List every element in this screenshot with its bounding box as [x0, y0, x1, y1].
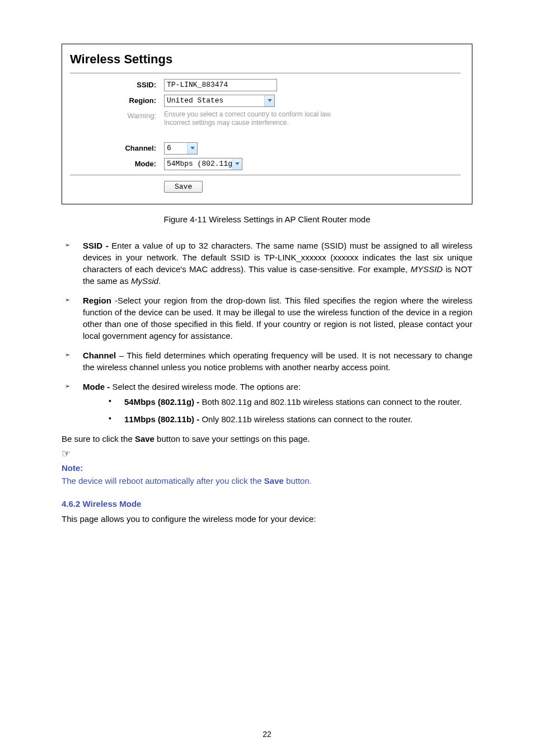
item-ssid: SSID - Enter a value of up to 32 charact…	[62, 240, 472, 287]
divider	[70, 175, 461, 175]
label-channel: Channel:	[70, 143, 164, 153]
section-heading: 4.6.2 Wireless Mode	[62, 498, 472, 510]
mode-chevron	[232, 158, 242, 170]
wireless-settings-panel: Wireless Settings SSID: Region: United S…	[62, 44, 472, 204]
note-post: button.	[284, 476, 312, 486]
figure-caption: Figure 4-11 Wireless Settings in AP Clie…	[62, 213, 472, 225]
note-btn: Save	[264, 476, 284, 486]
label-mode: Mode:	[70, 159, 164, 169]
mode-value: 54Mbps (802.11g)	[165, 159, 232, 169]
opt1-text: Both 802.11g and 802.11b wireless statio…	[202, 397, 461, 407]
region-select[interactable]: United States	[164, 95, 275, 107]
mode-option-b: 11Mbps (802.11b) - Only 802.11b wireless…	[83, 413, 472, 425]
mode-option-g: 54Mbps (802.11g) - Both 802.11g and 802.…	[83, 396, 472, 408]
example2: MySsid	[131, 276, 158, 286]
section-intro: This page allows you to configure the wi…	[62, 513, 472, 525]
save-pre: Be sure to click the	[62, 434, 135, 444]
row-save: Save	[70, 181, 461, 193]
divider	[70, 73, 461, 73]
label-ssid: SSID:	[70, 80, 164, 90]
label-region: Region:	[70, 96, 164, 106]
row-ssid: SSID:	[70, 79, 461, 91]
item-region: Region -Select your region from the drop…	[62, 295, 472, 342]
opt2-text: Only 802.11b wireless stations can conne…	[202, 414, 413, 424]
term-region: Region	[83, 296, 115, 305]
row-warning: Warning: Ensure you select a correct cou…	[70, 110, 461, 128]
region-chevron	[264, 95, 274, 106]
row-mode: Mode: 54Mbps (802.11g)	[70, 158, 461, 170]
item-channel: Channel – This field determines which op…	[62, 349, 472, 373]
chevron-down-icon	[190, 147, 195, 150]
term-ssid: SSID -	[83, 241, 111, 250]
panel-title: Wireless Settings	[70, 51, 461, 68]
channel-select[interactable]: 6	[164, 142, 198, 155]
save-btn-name: Save	[135, 434, 154, 444]
mode-options: 54Mbps (802.11g) - Both 802.11g and 802.…	[83, 396, 472, 425]
save-button[interactable]: Save	[164, 181, 203, 193]
mode-select[interactable]: 54Mbps (802.11g)	[164, 158, 242, 170]
row-region: Region: United States	[70, 95, 461, 107]
note-body: The device will reboot automatically aft…	[62, 475, 472, 487]
note-pre: The device will reboot automatically aft…	[62, 476, 264, 486]
label-warning: Warning:	[70, 110, 164, 121]
term-mode: Mode -	[83, 382, 113, 391]
warning-line-1: Ensure you select a correct country to c…	[164, 110, 332, 118]
example1: MYSSID	[410, 264, 443, 274]
warning-line-2: Incorrect settings may cause interferenc…	[164, 119, 289, 127]
chevron-down-icon	[268, 99, 272, 102]
text-channel: – This field determines which operating …	[83, 351, 472, 372]
page-number: 22	[0, 729, 534, 740]
channel-value: 6	[165, 143, 187, 153]
opt1-term: 54Mbps (802.11g) -	[124, 397, 202, 407]
save-instruction: Be sure to click the Save button to save…	[62, 433, 472, 445]
region-value: United States	[165, 96, 264, 106]
save-post: button to save your settings on this pag…	[154, 434, 310, 444]
ssid-input[interactable]	[164, 79, 277, 91]
term-channel: Channel	[83, 351, 119, 360]
note-title: Note:	[62, 462, 472, 474]
description-list: SSID - Enter a value of up to 32 charact…	[62, 240, 472, 425]
warning-text: Ensure you select a correct country to c…	[164, 110, 332, 128]
channel-chevron	[187, 143, 197, 154]
chevron-down-icon	[235, 162, 240, 165]
row-channel: Channel: 6	[70, 142, 461, 155]
opt2-term: 11Mbps (802.11b) -	[124, 414, 202, 424]
text-mode: Select the desired wireless mode. The op…	[113, 382, 301, 391]
text-region: -Select your region from the drop-down l…	[83, 296, 472, 340]
ssid-end: .	[158, 276, 161, 286]
pointing-hand-icon: ☞	[62, 447, 472, 461]
item-mode: Mode - Select the desired wireless mode.…	[62, 381, 472, 425]
